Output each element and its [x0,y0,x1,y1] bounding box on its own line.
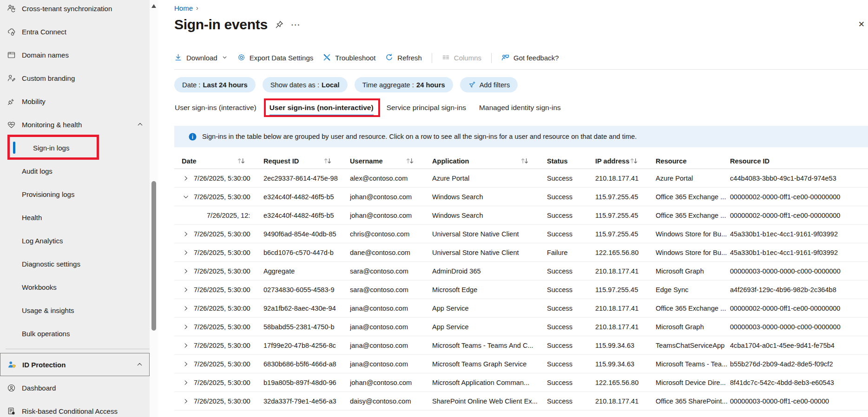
sidebar-item-risk-based-conditional-access[interactable]: Risk-based Conditional Access [0,399,150,417]
table-row[interactable]: 7/26/2025, 5:30:009490f6ad-854e-40db-85c… [174,225,868,243]
sidebar-item-entra-connect[interactable]: Entra Connect [0,20,150,43]
toolbar-button-got-feedback[interactable]: Got feedback? [501,53,559,63]
column-label: Username [350,157,383,165]
sidebar-scrollbar[interactable] [150,0,158,417]
expand-chevron-icon[interactable] [182,379,194,386]
toolbar-button-troubleshoot[interactable]: Troubleshoot [323,53,375,63]
cloud-sync-icon [7,27,16,36]
table-row[interactable]: 7/26/2025, 5:30:00b19a805b-897f-48d0-96j… [174,373,868,392]
expand-chevron-icon[interactable] [182,231,194,237]
cell-status: Success [547,305,595,312]
sidebar-item-diagnostic-settings[interactable]: Diagnostic settings [0,252,150,275]
table-body: 7/26/2025, 5:30:002ec29337-8614-475e-98a… [174,169,868,410]
filter-pill-time-aggregate[interactable]: Time aggregate :24 hours [355,77,453,92]
pin-icon[interactable] [275,20,283,29]
more-options-icon[interactable]: ⋯ [291,19,301,30]
sort-arrows-icon[interactable] [237,157,246,164]
breadcrumb-home-link[interactable]: Home [174,4,193,12]
tab-user-sign-ins-non-interactive[interactable]: User sign-ins (non-interactive) [270,104,374,116]
expand-chevron-icon[interactable] [182,305,194,312]
cell-ip-address: 210.18.177.41 [595,267,656,275]
cell-date: 7/26/2025, 5:30:00 [182,267,263,275]
sort-arrows-icon[interactable] [323,157,332,164]
filter-label: Time aggregate : [362,81,414,89]
column-header-date[interactable]: Date [182,157,263,165]
date-value: 7/26/2025, 5:30:00 [194,175,250,182]
table-row[interactable]: 7/26/2025, 5:30:006830b686-b5f6-466d-a8j… [174,355,868,373]
collapse-chevron-icon[interactable] [182,194,194,200]
table-row[interactable]: 7/26/2025, 5:30:00Aggregatesara@contoso.… [174,262,868,280]
cell-ip-address: 210.18.177.41 [595,323,656,331]
scrollbar-up-arrow-icon[interactable] [151,4,156,8]
filter-pill-show-dates-as[interactable]: Show dates as :Local [263,77,348,92]
sidebar-item-label: ID Protection [22,361,66,369]
sidebar-item-monitoring-health[interactable]: Monitoring & health [0,113,150,136]
column-header-request-id[interactable]: Request ID [263,157,350,165]
cell-application: App Service [432,323,547,331]
table-row[interactable]: 7/26/2025, 5:30:00b6cd1076-c570-447d-bda… [174,243,868,262]
sidebar-item-bulk-operations[interactable]: Bulk operations [0,322,150,345]
close-icon[interactable]: ✕ [858,20,865,29]
cell-application: App Service [432,305,547,312]
table-row[interactable]: 7/26/2025, 5:30:00e324c40f-4482-46f5-b5j… [174,188,868,206]
table-row[interactable]: 7/26/2025, 5:30:0002734830-6055-4583-9sa… [174,280,868,299]
cell-status: Success [547,267,595,275]
expand-chevron-icon[interactable] [182,268,194,274]
cell-status: Success [547,323,595,331]
toolbar-button-export-data-settings[interactable]: Export Data Settings [237,53,314,63]
expand-chevron-icon[interactable] [182,324,194,330]
toolbar-button-download[interactable]: Download [174,53,228,63]
sidebar-item-id-protection[interactable]: ID Protection [0,353,150,376]
sign-in-events-table: DateRequest IDUsernameApplicationStatusI… [174,153,868,410]
table-row[interactable]: 7/26/2025, 5:30:0032da337f-79e1-4e56-a3d… [174,392,868,410]
table-row[interactable]: 7/26/2025, 5:30:0017f99e20-47b8-4256-8cj… [174,336,868,355]
sidebar-item-dashboard[interactable]: Dashboard [0,376,150,399]
filter-pill-date[interactable]: Date :Last 24 hours [174,77,256,92]
table-row[interactable]: 7/26/2025, 12:e324c40f-4482-46f5-b5johan… [174,206,868,225]
sidebar-item-cross-tenant-synchronization[interactable]: Cross-tenant synchronization [0,0,150,20]
sidebar-item-health[interactable]: Health [0,206,150,229]
cell-username: dane@contoso.com [350,249,432,256]
sidebar-item-workbooks[interactable]: Workbooks [0,275,150,299]
cell-status: Success [547,397,595,405]
sidebar-item-provisioning-logs[interactable]: Provisioning logs [0,182,150,206]
scrollbar-thumb[interactable] [151,181,156,331]
add-filters-button[interactable]: Add filters [460,77,518,92]
cell-date: 7/26/2025, 5:30:00 [182,360,263,368]
sidebar-item-mobility[interactable]: Mobility [0,90,150,113]
column-header-ip-address[interactable]: IP address [595,157,656,165]
cell-ip-address: 122.165.56.80 [595,249,656,256]
sidebar-item-sign-in-logs[interactable]: Sign-in logs [0,136,150,159]
cell-username: sara@contoso.com [350,286,432,293]
heart-pulse-icon [7,120,16,129]
expand-chevron-icon[interactable] [182,342,194,349]
expand-chevron-icon[interactable] [182,287,194,293]
cell-application: Windows Search [432,212,547,219]
toolbar-button-refresh[interactable]: Refresh [385,53,422,63]
table-row[interactable]: 7/26/2025, 5:30:002ec29337-8614-475e-98a… [174,169,868,188]
column-header-username[interactable]: Username [350,157,432,165]
sidebar-item-label: Audit logs [22,167,53,175]
title-row: Sign-in events ⋯ [174,14,868,35]
table-row[interactable]: 7/26/2025, 5:30:0092a1fb62-8aec-430e-94j… [174,299,868,318]
sidebar-item-audit-logs[interactable]: Audit logs [0,159,150,182]
sort-arrows-icon[interactable] [630,157,638,164]
expand-chevron-icon[interactable] [182,175,194,182]
sidebar-item-usage-insights[interactable]: Usage & insights [0,299,150,322]
expand-chevron-icon[interactable] [182,249,194,256]
sidebar-item-custom-branding[interactable]: Custom branding [0,66,150,90]
cell-resource-id: 00000003-0000-0000-c000-0000000 [730,267,868,275]
sidebar-item-domain-names[interactable]: Domain names [0,43,150,66]
column-header-application[interactable]: Application [432,157,547,165]
sidebar-item-log-analytics[interactable]: Log Analytics [0,229,150,252]
tab-user-sign-ins-interactive[interactable]: User sign-ins (interactive) [175,104,256,116]
tab-service-principal-sign-ins[interactable]: Service principal sign-ins [387,104,466,116]
expand-chevron-icon[interactable] [182,398,194,404]
sort-arrows-icon[interactable] [406,157,414,164]
sort-arrows-icon[interactable] [520,157,529,164]
tab-managed-identity-sign-ins[interactable]: Managed identity sign-ins [479,104,561,116]
cell-username: johan@contoso.com [350,379,432,386]
table-row[interactable]: 7/26/2025, 5:30:0058babd55-2381-4750-bja… [174,318,868,336]
add-filter-funnel-icon [468,81,476,89]
expand-chevron-icon[interactable] [182,361,194,367]
